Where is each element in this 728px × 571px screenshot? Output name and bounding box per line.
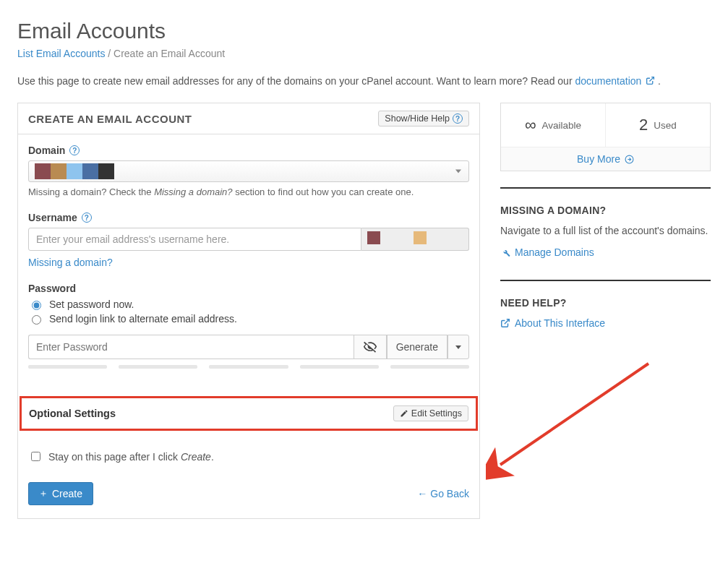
- password-input[interactable]: [28, 335, 354, 359]
- intro-text-b: .: [658, 75, 661, 87]
- stay-on-page-checkbox[interactable]: [31, 452, 40, 461]
- breadcrumb-list-link[interactable]: List Email Accounts: [17, 48, 105, 59]
- password-send-link-radio[interactable]: [32, 315, 41, 325]
- stay-on-page-row: Stay on this page after I click Create.: [18, 439, 479, 473]
- edit-settings-button[interactable]: Edit Settings: [393, 405, 468, 421]
- username-input[interactable]: [28, 228, 361, 251]
- password-set-now-radio[interactable]: [32, 301, 41, 310]
- external-link-icon: [646, 76, 655, 85]
- chevron-down-icon: [455, 170, 461, 173]
- panel-title: CREATE AN EMAIL ACCOUNT: [28, 113, 192, 125]
- create-button[interactable]: Create: [28, 482, 93, 505]
- need-help-heading: NEED HELP?: [500, 297, 711, 309]
- breadcrumb: List Email Accounts / Create an Email Ac…: [17, 48, 711, 59]
- domain-redacted-value: [35, 163, 114, 179]
- wrench-icon: [500, 247, 510, 257]
- documentation-link[interactable]: documentation: [575, 75, 658, 87]
- missing-domain-text: Navigate to a full list of the account's…: [500, 225, 711, 236]
- password-strength-meter: [28, 365, 469, 369]
- external-link-icon: [500, 318, 510, 328]
- intro-text-a: Use this page to create new email addres…: [17, 75, 575, 87]
- password-visibility-toggle[interactable]: [354, 335, 387, 359]
- domain-help-icon[interactable]: ?: [69, 145, 80, 155]
- breadcrumb-current: Create an Email Account: [114, 48, 225, 59]
- need-help-block: NEED HELP? About This Interface: [500, 281, 711, 330]
- username-section: Username ?: [28, 212, 469, 268]
- domain-section: Domain ? Missing a: [28, 145, 469, 197]
- available-stat: ∞ Available: [501, 103, 606, 147]
- create-email-panel: CREATE AN EMAIL ACCOUNT Show/Hide Help ?…: [17, 103, 480, 519]
- arrow-left-icon: ←: [417, 488, 427, 499]
- used-stat: 2 Used: [606, 103, 710, 147]
- domain-select[interactable]: [28, 160, 469, 182]
- infinity-icon: ∞: [525, 116, 536, 134]
- page-title: Email Accounts: [17, 19, 711, 43]
- eye-off-icon: [363, 340, 377, 354]
- username-domain-addon: [361, 228, 469, 251]
- password-label: Password: [28, 283, 76, 294]
- username-help-icon[interactable]: ?: [82, 212, 92, 223]
- plus-icon: [39, 489, 48, 498]
- manage-domains-link[interactable]: Manage Domains: [500, 246, 594, 258]
- password-set-now-row[interactable]: Set password now.: [28, 299, 469, 310]
- svg-line-2: [505, 319, 509, 324]
- optional-settings-title: Optional Settings: [29, 408, 116, 419]
- missing-domain-block: MISSING A DOMAIN? Navigate to a full lis…: [500, 189, 711, 259]
- missing-domain-link[interactable]: Missing a domain?: [28, 257, 113, 268]
- svg-line-0: [650, 77, 654, 82]
- about-interface-link[interactable]: About This Interface: [500, 317, 605, 329]
- buy-more-link[interactable]: Buy More: [577, 153, 634, 165]
- help-icon: ?: [453, 113, 463, 124]
- quota-box: ∞ Available 2 Used Buy More: [500, 103, 711, 171]
- username-label: Username: [28, 212, 77, 223]
- show-hide-help-button[interactable]: Show/Hide Help ?: [378, 111, 469, 126]
- arrow-circle-right-icon: [625, 155, 634, 164]
- domain-label: Domain: [28, 145, 65, 156]
- password-section: Password Set password now. Send login li…: [28, 283, 469, 369]
- breadcrumb-sep: /: [105, 48, 114, 59]
- password-send-link-row[interactable]: Send login link to alternate email addre…: [28, 313, 469, 325]
- password-generate-button[interactable]: Generate: [387, 335, 447, 359]
- password-generate-dropdown[interactable]: [447, 335, 469, 359]
- go-back-link[interactable]: ←Go Back: [417, 488, 469, 499]
- missing-domain-heading: MISSING A DOMAIN?: [500, 205, 711, 216]
- optional-settings-row: Optional Settings Edit Settings: [20, 396, 478, 431]
- pencil-icon: [400, 409, 408, 418]
- caret-down-icon: [455, 345, 461, 349]
- intro-text: Use this page to create new email addres…: [17, 75, 711, 87]
- domain-hint: Missing a domain? Check the Missing a do…: [28, 186, 469, 197]
